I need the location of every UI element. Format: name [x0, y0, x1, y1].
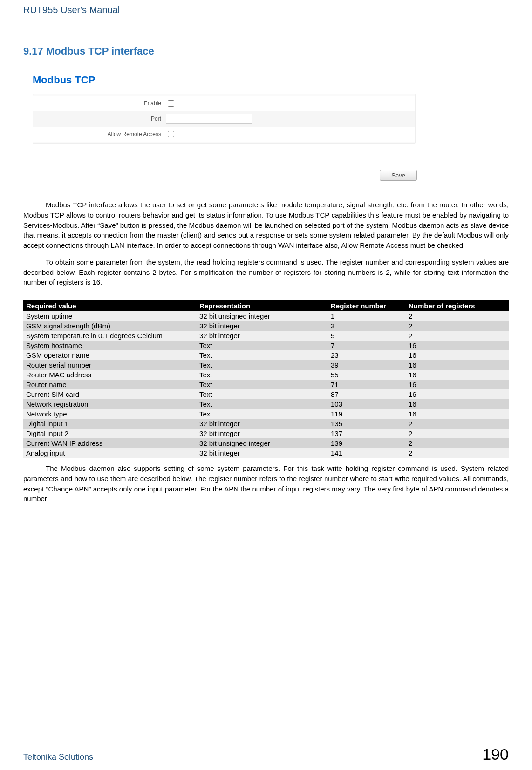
table-cell: 16: [406, 370, 509, 380]
table-cell: 2: [406, 438, 509, 448]
footer-company: Teltonika Solutions: [23, 752, 93, 762]
table-cell: 32 bit integer: [197, 448, 328, 458]
port-label: Port: [33, 116, 166, 122]
table-cell: 16: [406, 360, 509, 370]
enable-label: Enable: [33, 100, 166, 107]
table-cell: 16: [406, 399, 509, 409]
save-bar: Save: [33, 165, 417, 181]
table-cell: 23: [328, 350, 406, 360]
table-cell: 135: [328, 419, 406, 429]
paragraph-1: Modbus TCP interface allows the user to …: [23, 200, 509, 251]
table-cell: 5: [328, 331, 406, 341]
table-cell: 32 bit integer: [197, 429, 328, 438]
page-header-title: RUT955 User's Manual: [23, 0, 509, 17]
allow-remote-label: Allow Remote Access: [33, 131, 166, 137]
form-row-port: Port: [33, 111, 415, 127]
section-heading: 9.17 Modbus TCP interface: [23, 45, 509, 57]
table-cell: 16: [406, 341, 509, 350]
table-cell: Text: [197, 360, 328, 370]
form-row-enable: Enable: [33, 96, 415, 111]
table-cell: Router name: [23, 380, 197, 389]
allow-remote-checkbox[interactable]: [168, 131, 174, 137]
table-cell: Current WAN IP address: [23, 438, 197, 448]
port-input[interactable]: [166, 114, 252, 124]
paragraph-2: To obtain some parameter from the system…: [23, 257, 509, 287]
table-cell: 139: [328, 438, 406, 448]
table-cell: 2: [406, 311, 509, 321]
table-cell: 119: [328, 409, 406, 419]
paragraph-3: The Modbus daemon also supports setting …: [23, 463, 509, 504]
table-cell: Text: [197, 389, 328, 399]
table-header-row: Required value Representation Register n…: [23, 300, 509, 311]
table-cell: 103: [328, 399, 406, 409]
table-cell: 39: [328, 360, 406, 370]
table-cell: GSM signal strength (dBm): [23, 321, 197, 331]
th-number-of-registers: Number of registers: [406, 300, 509, 311]
modbus-tcp-panel: Modbus TCP Enable Port Allow Remote Acce…: [23, 66, 426, 184]
table-row: Network registrationText10316: [23, 399, 509, 409]
table-cell: 16: [406, 350, 509, 360]
table-cell: Network type: [23, 409, 197, 419]
table-row: Router nameText7116: [23, 380, 509, 389]
table-row: System temperature in 0.1 degrees Celciu…: [23, 331, 509, 341]
table-cell: 2: [406, 448, 509, 458]
table-cell: 32 bit integer: [197, 331, 328, 341]
table-cell: 16: [406, 380, 509, 389]
table-cell: 2: [406, 419, 509, 429]
table-cell: 2: [406, 321, 509, 331]
table-cell: System uptime: [23, 311, 197, 321]
table-row: System hostnameText716: [23, 341, 509, 350]
table-cell: 16: [406, 409, 509, 419]
table-cell: Text: [197, 350, 328, 360]
table-row: Digital input 132 bit integer1352: [23, 419, 509, 429]
table-cell: Text: [197, 380, 328, 389]
enable-checkbox[interactable]: [168, 100, 174, 107]
table-cell: 87: [328, 389, 406, 399]
th-representation: Representation: [197, 300, 328, 311]
panel-title: Modbus TCP: [33, 74, 95, 86]
table-cell: 7: [328, 341, 406, 350]
table-row: Current WAN IP address32 bit unsigned in…: [23, 438, 509, 448]
th-register-number: Register number: [328, 300, 406, 311]
table-cell: Text: [197, 341, 328, 350]
page-number: 190: [482, 745, 509, 763]
table-cell: 2: [406, 331, 509, 341]
table-row: GSM operator nameText2316: [23, 350, 509, 360]
form-row-allow-remote: Allow Remote Access: [33, 127, 415, 142]
page-footer: Teltonika Solutions 190: [0, 743, 532, 770]
table-cell: 137: [328, 429, 406, 438]
save-button[interactable]: Save: [380, 170, 417, 181]
table-cell: Digital input 1: [23, 419, 197, 429]
table-row: Digital input 232 bit integer1372: [23, 429, 509, 438]
table-cell: 3: [328, 321, 406, 331]
table-row: Router MAC addressText5516: [23, 370, 509, 380]
table-row: Current SIM cardText8716: [23, 389, 509, 399]
table-cell: Text: [197, 399, 328, 409]
table-cell: Digital input 2: [23, 429, 197, 438]
table-cell: Analog input: [23, 448, 197, 458]
table-row: GSM signal strength (dBm)32 bit integer3…: [23, 321, 509, 331]
table-cell: 32 bit unsigned integer: [197, 438, 328, 448]
footer-divider: [23, 743, 509, 743]
table-cell: 141: [328, 448, 406, 458]
table-cell: 71: [328, 380, 406, 389]
table-cell: GSM operator name: [23, 350, 197, 360]
table-cell: System temperature in 0.1 degrees Celciu…: [23, 331, 197, 341]
table-row: System uptime32 bit unsigned integer12: [23, 311, 509, 321]
table-cell: Current SIM card: [23, 389, 197, 399]
table-cell: Text: [197, 370, 328, 380]
panel-form: Enable Port Allow Remote Access: [33, 94, 416, 144]
registers-table: Required value Representation Register n…: [23, 300, 509, 458]
table-cell: System hostname: [23, 341, 197, 350]
table-cell: 32 bit integer: [197, 321, 328, 331]
th-required-value: Required value: [23, 300, 197, 311]
table-cell: 55: [328, 370, 406, 380]
table-cell: Router serial number: [23, 360, 197, 370]
table-cell: Network registration: [23, 399, 197, 409]
table-cell: 16: [406, 389, 509, 399]
table-cell: 32 bit integer: [197, 419, 328, 429]
table-cell: Router MAC address: [23, 370, 197, 380]
table-row: Network typeText11916: [23, 409, 509, 419]
table-cell: Text: [197, 409, 328, 419]
table-cell: 1: [328, 311, 406, 321]
